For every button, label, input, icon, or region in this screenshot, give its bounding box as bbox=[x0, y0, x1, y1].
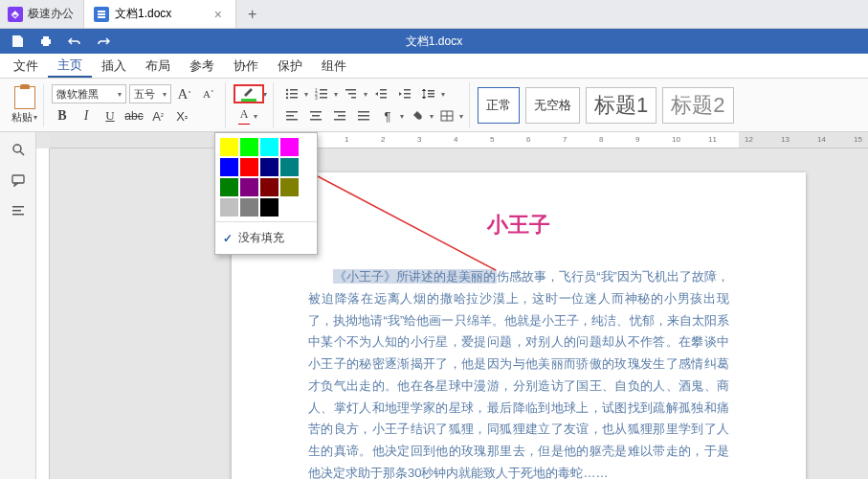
color-swatch[interactable] bbox=[220, 158, 238, 176]
no-fill-label: 没有填充 bbox=[238, 230, 284, 246]
svg-rect-25 bbox=[428, 93, 434, 95]
highlight-color-popup: ✓ 没有填充 bbox=[214, 132, 318, 255]
comments-icon[interactable] bbox=[6, 169, 31, 192]
menu-insert[interactable]: 插入 bbox=[92, 54, 136, 78]
color-swatch[interactable] bbox=[280, 138, 299, 156]
shrink-font-button[interactable]: A˅ bbox=[198, 84, 219, 103]
new-tab-button[interactable]: + bbox=[236, 0, 268, 28]
strike-button[interactable]: abc bbox=[123, 106, 145, 125]
svg-point-42 bbox=[13, 145, 21, 152]
multilevel-button[interactable] bbox=[341, 84, 362, 103]
underline-button[interactable]: U bbox=[100, 106, 121, 125]
close-icon[interactable]: × bbox=[211, 7, 226, 22]
window-title: 文档1.docx bbox=[406, 34, 462, 50]
font-size-select[interactable]: 五号▾ bbox=[129, 84, 171, 103]
ribbon: 粘贴▾ 微软雅黑▾ 五号▾ A˄ A˅ B I U abc A² X₂ ▾ bbox=[0, 79, 868, 132]
style-heading1[interactable]: 标题1 bbox=[586, 87, 657, 124]
color-swatch[interactable] bbox=[220, 138, 238, 156]
svg-rect-16 bbox=[348, 93, 356, 95]
highlight-color-button[interactable] bbox=[234, 84, 264, 103]
highlighter-icon bbox=[242, 86, 256, 97]
vertical-ruler[interactable] bbox=[36, 148, 50, 479]
superscript-button[interactable]: A² bbox=[147, 106, 168, 125]
headings-icon[interactable] bbox=[6, 199, 31, 222]
doc-icon bbox=[94, 7, 109, 22]
menu-layout[interactable]: 布局 bbox=[136, 54, 180, 78]
menu-file[interactable]: 文件 bbox=[4, 54, 48, 78]
color-swatch[interactable] bbox=[240, 138, 258, 156]
font-name-select[interactable]: 微软雅黑▾ bbox=[52, 84, 126, 103]
color-swatch[interactable] bbox=[260, 158, 278, 176]
style-nospace[interactable]: 无空格 bbox=[525, 87, 580, 124]
paste-label: 粘贴 bbox=[11, 110, 33, 125]
color-swatch[interactable] bbox=[260, 178, 278, 196]
check-icon: ✓ bbox=[223, 232, 233, 245]
justify-button[interactable] bbox=[353, 106, 374, 125]
svg-rect-36 bbox=[358, 111, 369, 113]
borders-button[interactable] bbox=[436, 106, 457, 125]
font-group: 微软雅黑▾ 五号▾ A˄ A˅ B I U abc A² X₂ bbox=[46, 82, 226, 128]
menu-home[interactable]: 主页 bbox=[48, 54, 92, 78]
italic-button[interactable]: I bbox=[76, 106, 97, 125]
svg-rect-28 bbox=[286, 115, 294, 117]
style-normal[interactable]: 正常 bbox=[478, 87, 520, 124]
svg-rect-33 bbox=[334, 111, 345, 113]
color-swatch[interactable] bbox=[280, 158, 299, 176]
svg-rect-10 bbox=[320, 89, 327, 91]
search-icon[interactable] bbox=[6, 138, 31, 161]
font-color-caret[interactable]: ▾ bbox=[254, 112, 257, 121]
bullets-button[interactable] bbox=[281, 84, 302, 103]
color-swatch[interactable] bbox=[240, 178, 258, 196]
svg-rect-8 bbox=[290, 97, 298, 99]
highlighted-text: 《小王子》所讲述的是美丽的 bbox=[333, 269, 497, 284]
color-swatch[interactable] bbox=[220, 178, 238, 196]
line-spacing-button[interactable] bbox=[418, 84, 439, 103]
paragraph-mark-button[interactable]: ¶ bbox=[377, 106, 398, 125]
redo-icon[interactable] bbox=[96, 34, 111, 49]
horizontal-ruler[interactable]: 123456789101112131415 bbox=[50, 132, 868, 148]
menu-collab[interactable]: 协作 bbox=[224, 54, 268, 78]
svg-rect-12 bbox=[320, 93, 327, 95]
align-left-button[interactable] bbox=[281, 106, 302, 125]
paste-button[interactable]: 粘贴▾ bbox=[6, 84, 44, 126]
highlight-dropdown-caret[interactable]: ▾ bbox=[263, 90, 267, 99]
print-icon[interactable] bbox=[38, 34, 54, 49]
color-swatch[interactable] bbox=[220, 198, 238, 217]
align-center-button[interactable] bbox=[305, 106, 326, 125]
color-swatch[interactable] bbox=[280, 178, 299, 196]
font-color-button[interactable]: A bbox=[234, 106, 255, 125]
svg-point-5 bbox=[286, 93, 288, 95]
bold-button[interactable]: B bbox=[52, 106, 73, 125]
grow-font-button[interactable]: A˄ bbox=[174, 84, 195, 103]
svg-rect-30 bbox=[310, 111, 322, 113]
menu-reference[interactable]: 参考 bbox=[180, 54, 224, 78]
page: 小王子 《小王子》所讲述的是美丽的伤感故事，飞行员“我”因为飞机出了故障，被迫降… bbox=[232, 172, 806, 479]
color-swatch[interactable] bbox=[240, 158, 258, 176]
menu-protect[interactable]: 保护 bbox=[268, 54, 312, 78]
svg-rect-27 bbox=[286, 111, 298, 113]
undo-icon[interactable] bbox=[67, 34, 82, 49]
canvas[interactable]: 小王子 《小王子》所讲述的是美丽的伤感故事，飞行员“我”因为飞机出了故障，被迫降… bbox=[50, 148, 868, 479]
color-swatch[interactable] bbox=[260, 138, 278, 156]
indent-button[interactable] bbox=[394, 84, 415, 103]
style-heading2[interactable]: 标题2 bbox=[662, 87, 733, 124]
color-swatch[interactable] bbox=[260, 198, 278, 217]
swatch-grid bbox=[215, 133, 317, 221]
no-fill-option[interactable]: ✓ 没有填充 bbox=[215, 221, 317, 254]
svg-rect-47 bbox=[12, 214, 24, 216]
subscript-button[interactable]: X₂ bbox=[171, 106, 192, 125]
svg-rect-2 bbox=[43, 43, 49, 46]
left-rail bbox=[0, 132, 36, 479]
document-tab[interactable]: 文档1.docx × bbox=[83, 0, 236, 28]
svg-point-7 bbox=[286, 97, 288, 99]
svg-rect-32 bbox=[310, 119, 322, 121]
outdent-button[interactable] bbox=[370, 84, 391, 103]
save-icon[interactable] bbox=[10, 34, 25, 49]
numbering-button[interactable]: 123 bbox=[311, 84, 332, 103]
menu-component[interactable]: 组件 bbox=[312, 54, 356, 78]
align-right-button[interactable] bbox=[329, 106, 350, 125]
paste-icon bbox=[14, 86, 35, 109]
svg-rect-14 bbox=[320, 97, 327, 99]
shading-button[interactable] bbox=[407, 106, 428, 125]
color-swatch[interactable] bbox=[240, 198, 258, 217]
